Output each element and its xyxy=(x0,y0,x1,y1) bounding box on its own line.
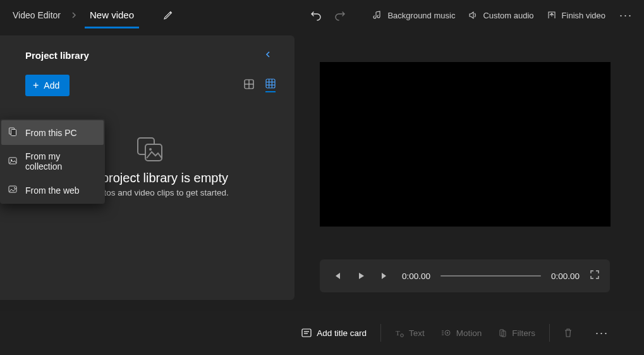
pencil-icon[interactable] xyxy=(158,5,178,25)
preview-pane: 0:00.00 0:00.00 xyxy=(320,62,617,300)
app-name[interactable]: Video Editor xyxy=(10,6,63,24)
custom-audio-label: Custom audio xyxy=(483,11,533,20)
svg-point-23 xyxy=(446,332,448,334)
text-button[interactable]: T Text xyxy=(387,323,432,343)
seek-bar[interactable] xyxy=(440,275,541,277)
add-title-card-label: Add title card xyxy=(317,328,367,338)
menu-from-the-web[interactable]: From the web xyxy=(1,178,104,202)
view-large-grid-button[interactable] xyxy=(244,79,254,92)
menu-from-this-pc-label: From this PC xyxy=(25,128,77,138)
filters-label: Filters xyxy=(512,328,535,338)
more-button[interactable]: ··· xyxy=(613,4,639,27)
divider xyxy=(380,324,381,342)
next-frame-button[interactable] xyxy=(378,271,392,280)
background-music-button[interactable]: Background music xyxy=(367,4,460,27)
menu-from-the-web-label: From the web xyxy=(25,185,80,196)
storyboard-toolbar: Add title card T Text Motion Filters ··· xyxy=(0,311,644,355)
svg-point-16 xyxy=(14,187,15,189)
svg-rect-12 xyxy=(11,130,16,136)
svg-point-21 xyxy=(401,334,404,337)
motion-button[interactable]: Motion xyxy=(434,323,490,343)
svg-text:T: T xyxy=(396,329,400,337)
total-time: 0:00.00 xyxy=(551,271,580,281)
more-icon: ··· xyxy=(589,327,615,340)
undo-button[interactable] xyxy=(305,4,327,27)
view-toggle-group xyxy=(244,78,276,92)
breadcrumb: Video Editor New video xyxy=(5,2,183,28)
add-menu: From this PC From my collection From the… xyxy=(0,119,105,204)
background-music-label: Background music xyxy=(387,11,455,20)
fullscreen-button[interactable] xyxy=(590,270,600,282)
storyboard-more-button[interactable]: ··· xyxy=(581,321,623,345)
image-icon xyxy=(8,156,18,168)
add-button[interactable]: + Add xyxy=(25,75,70,96)
finish-video-button[interactable]: Finish video xyxy=(542,4,611,27)
current-time: 0:00.00 xyxy=(402,271,430,281)
plus-icon: + xyxy=(33,80,39,90)
text-label: Text xyxy=(409,328,425,338)
custom-audio-button[interactable]: Custom audio xyxy=(463,4,538,27)
top-bar: Video Editor New video Background music … xyxy=(0,0,644,30)
svg-rect-17 xyxy=(302,329,311,337)
svg-point-10 xyxy=(149,148,152,151)
menu-from-my-collection-label: From my collection xyxy=(25,151,97,171)
view-small-grid-button[interactable] xyxy=(265,78,276,92)
menu-from-my-collection[interactable]: From my collection xyxy=(1,145,104,178)
play-button[interactable] xyxy=(354,271,368,280)
menu-from-this-pc[interactable]: From this PC xyxy=(1,120,104,145)
web-image-icon xyxy=(8,184,18,196)
finish-video-label: Finish video xyxy=(562,11,605,20)
playback-controls: 0:00.00 0:00.00 xyxy=(320,259,610,292)
motion-label: Motion xyxy=(456,328,482,338)
add-title-card-button[interactable]: Add title card xyxy=(294,323,374,343)
top-actions: Background music Custom audio Finish vid… xyxy=(305,4,639,27)
add-button-label: Add xyxy=(44,80,59,90)
divider xyxy=(549,324,550,342)
collapse-panel-button[interactable] xyxy=(260,49,276,61)
svg-rect-3 xyxy=(266,79,275,88)
svg-rect-9 xyxy=(145,144,162,161)
video-surface xyxy=(320,62,611,227)
project-library-title: Project library xyxy=(25,50,89,61)
project-name-tab[interactable]: New video xyxy=(85,2,139,28)
chevron-right-icon xyxy=(71,9,77,21)
delete-button[interactable] xyxy=(556,323,580,343)
filters-button[interactable]: Filters xyxy=(490,323,543,343)
prev-frame-button[interactable] xyxy=(330,271,344,280)
pc-icon xyxy=(8,127,18,139)
redo-button[interactable] xyxy=(329,4,351,27)
